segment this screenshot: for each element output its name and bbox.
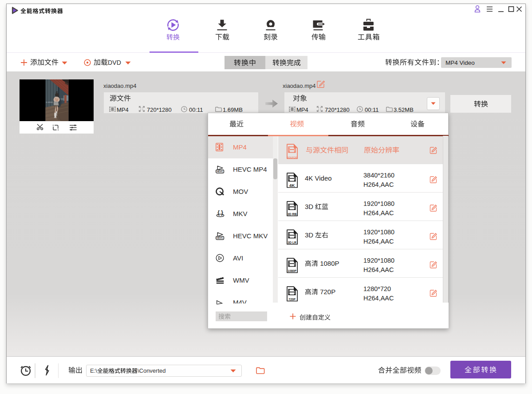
svg-text:3D RB: 3D RB [288,213,296,216]
svg-text:720P: 720P [288,298,296,301]
svg-text:{ }: { } [217,209,223,216]
svg-text:3D LR: 3D LR [288,241,296,244]
svg-text:source: source [287,155,298,159]
svg-text:4K: 4K [289,183,295,188]
svg-text:ID:189245: ID:189245 [46,102,53,103]
svg-text:HEVC: HEVC [217,170,223,173]
svg-text:HEVC: HEVC [217,236,223,239]
svg-text:1080P: 1080P [288,269,296,272]
